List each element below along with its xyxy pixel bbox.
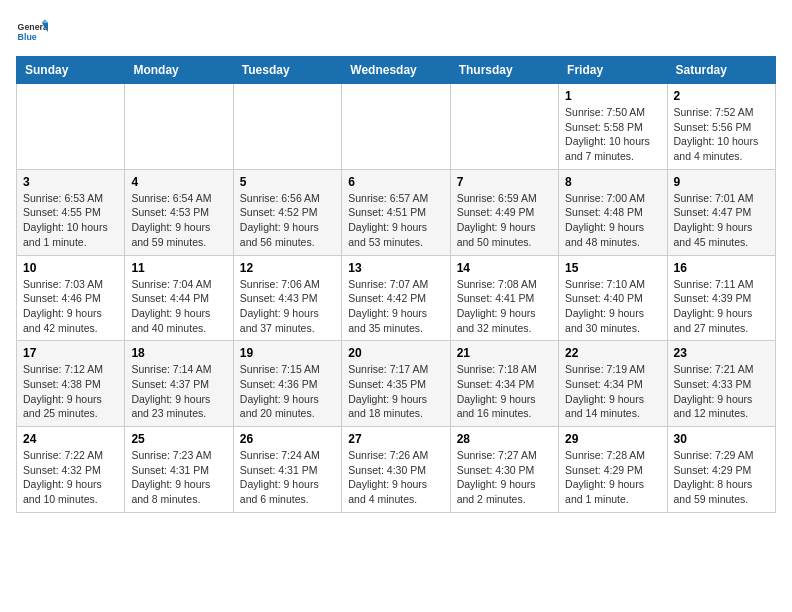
day-number: 20	[348, 346, 443, 360]
day-cell: 22Sunrise: 7:19 AM Sunset: 4:34 PM Dayli…	[559, 341, 667, 427]
day-cell: 20Sunrise: 7:17 AM Sunset: 4:35 PM Dayli…	[342, 341, 450, 427]
weekday-header-friday: Friday	[559, 57, 667, 84]
day-cell	[342, 84, 450, 170]
day-detail: Sunrise: 6:53 AM Sunset: 4:55 PM Dayligh…	[23, 191, 118, 250]
day-detail: Sunrise: 7:06 AM Sunset: 4:43 PM Dayligh…	[240, 277, 335, 336]
day-cell	[233, 84, 341, 170]
day-number: 7	[457, 175, 552, 189]
day-cell	[17, 84, 125, 170]
weekday-header-thursday: Thursday	[450, 57, 558, 84]
day-number: 1	[565, 89, 660, 103]
day-number: 25	[131, 432, 226, 446]
day-detail: Sunrise: 7:15 AM Sunset: 4:36 PM Dayligh…	[240, 362, 335, 421]
day-detail: Sunrise: 7:17 AM Sunset: 4:35 PM Dayligh…	[348, 362, 443, 421]
calendar-table: SundayMondayTuesdayWednesdayThursdayFrid…	[16, 56, 776, 513]
day-detail: Sunrise: 7:01 AM Sunset: 4:47 PM Dayligh…	[674, 191, 769, 250]
weekday-header-wednesday: Wednesday	[342, 57, 450, 84]
day-cell: 23Sunrise: 7:21 AM Sunset: 4:33 PM Dayli…	[667, 341, 775, 427]
day-cell: 3Sunrise: 6:53 AM Sunset: 4:55 PM Daylig…	[17, 169, 125, 255]
day-detail: Sunrise: 7:27 AM Sunset: 4:30 PM Dayligh…	[457, 448, 552, 507]
day-number: 28	[457, 432, 552, 446]
day-cell: 7Sunrise: 6:59 AM Sunset: 4:49 PM Daylig…	[450, 169, 558, 255]
day-number: 30	[674, 432, 769, 446]
day-number: 12	[240, 261, 335, 275]
week-row-1: 1Sunrise: 7:50 AM Sunset: 5:58 PM Daylig…	[17, 84, 776, 170]
week-row-5: 24Sunrise: 7:22 AM Sunset: 4:32 PM Dayli…	[17, 427, 776, 513]
calendar-header: SundayMondayTuesdayWednesdayThursdayFrid…	[17, 57, 776, 84]
day-cell: 30Sunrise: 7:29 AM Sunset: 4:29 PM Dayli…	[667, 427, 775, 513]
day-cell: 11Sunrise: 7:04 AM Sunset: 4:44 PM Dayli…	[125, 255, 233, 341]
day-cell: 21Sunrise: 7:18 AM Sunset: 4:34 PM Dayli…	[450, 341, 558, 427]
day-cell: 15Sunrise: 7:10 AM Sunset: 4:40 PM Dayli…	[559, 255, 667, 341]
day-cell: 13Sunrise: 7:07 AM Sunset: 4:42 PM Dayli…	[342, 255, 450, 341]
calendar-body: 1Sunrise: 7:50 AM Sunset: 5:58 PM Daylig…	[17, 84, 776, 513]
weekday-header-monday: Monday	[125, 57, 233, 84]
day-number: 17	[23, 346, 118, 360]
day-number: 27	[348, 432, 443, 446]
weekday-header-row: SundayMondayTuesdayWednesdayThursdayFrid…	[17, 57, 776, 84]
day-detail: Sunrise: 7:24 AM Sunset: 4:31 PM Dayligh…	[240, 448, 335, 507]
day-detail: Sunrise: 6:59 AM Sunset: 4:49 PM Dayligh…	[457, 191, 552, 250]
day-cell: 8Sunrise: 7:00 AM Sunset: 4:48 PM Daylig…	[559, 169, 667, 255]
day-cell: 27Sunrise: 7:26 AM Sunset: 4:30 PM Dayli…	[342, 427, 450, 513]
day-detail: Sunrise: 7:22 AM Sunset: 4:32 PM Dayligh…	[23, 448, 118, 507]
day-number: 24	[23, 432, 118, 446]
day-detail: Sunrise: 7:21 AM Sunset: 4:33 PM Dayligh…	[674, 362, 769, 421]
day-detail: Sunrise: 7:10 AM Sunset: 4:40 PM Dayligh…	[565, 277, 660, 336]
day-cell: 10Sunrise: 7:03 AM Sunset: 4:46 PM Dayli…	[17, 255, 125, 341]
day-detail: Sunrise: 7:29 AM Sunset: 4:29 PM Dayligh…	[674, 448, 769, 507]
day-cell: 16Sunrise: 7:11 AM Sunset: 4:39 PM Dayli…	[667, 255, 775, 341]
day-number: 9	[674, 175, 769, 189]
day-number: 18	[131, 346, 226, 360]
day-number: 10	[23, 261, 118, 275]
day-cell: 29Sunrise: 7:28 AM Sunset: 4:29 PM Dayli…	[559, 427, 667, 513]
day-number: 29	[565, 432, 660, 446]
day-detail: Sunrise: 6:56 AM Sunset: 4:52 PM Dayligh…	[240, 191, 335, 250]
day-detail: Sunrise: 7:23 AM Sunset: 4:31 PM Dayligh…	[131, 448, 226, 507]
day-cell: 6Sunrise: 6:57 AM Sunset: 4:51 PM Daylig…	[342, 169, 450, 255]
weekday-header-tuesday: Tuesday	[233, 57, 341, 84]
day-number: 11	[131, 261, 226, 275]
day-detail: Sunrise: 7:52 AM Sunset: 5:56 PM Dayligh…	[674, 105, 769, 164]
day-cell: 19Sunrise: 7:15 AM Sunset: 4:36 PM Dayli…	[233, 341, 341, 427]
header: General Blue	[16, 16, 776, 48]
day-number: 16	[674, 261, 769, 275]
weekday-header-sunday: Sunday	[17, 57, 125, 84]
day-detail: Sunrise: 7:14 AM Sunset: 4:37 PM Dayligh…	[131, 362, 226, 421]
day-cell: 5Sunrise: 6:56 AM Sunset: 4:52 PM Daylig…	[233, 169, 341, 255]
day-cell: 14Sunrise: 7:08 AM Sunset: 4:41 PM Dayli…	[450, 255, 558, 341]
day-number: 26	[240, 432, 335, 446]
day-number: 2	[674, 89, 769, 103]
day-cell: 24Sunrise: 7:22 AM Sunset: 4:32 PM Dayli…	[17, 427, 125, 513]
day-cell: 1Sunrise: 7:50 AM Sunset: 5:58 PM Daylig…	[559, 84, 667, 170]
week-row-3: 10Sunrise: 7:03 AM Sunset: 4:46 PM Dayli…	[17, 255, 776, 341]
day-cell: 25Sunrise: 7:23 AM Sunset: 4:31 PM Dayli…	[125, 427, 233, 513]
weekday-header-saturday: Saturday	[667, 57, 775, 84]
day-number: 3	[23, 175, 118, 189]
day-number: 13	[348, 261, 443, 275]
week-row-4: 17Sunrise: 7:12 AM Sunset: 4:38 PM Dayli…	[17, 341, 776, 427]
day-detail: Sunrise: 7:00 AM Sunset: 4:48 PM Dayligh…	[565, 191, 660, 250]
day-detail: Sunrise: 6:57 AM Sunset: 4:51 PM Dayligh…	[348, 191, 443, 250]
day-number: 5	[240, 175, 335, 189]
day-cell: 28Sunrise: 7:27 AM Sunset: 4:30 PM Dayli…	[450, 427, 558, 513]
day-number: 4	[131, 175, 226, 189]
day-detail: Sunrise: 7:18 AM Sunset: 4:34 PM Dayligh…	[457, 362, 552, 421]
day-detail: Sunrise: 7:08 AM Sunset: 4:41 PM Dayligh…	[457, 277, 552, 336]
svg-text:Blue: Blue	[18, 32, 37, 42]
day-number: 15	[565, 261, 660, 275]
day-cell: 4Sunrise: 6:54 AM Sunset: 4:53 PM Daylig…	[125, 169, 233, 255]
logo-icon: General Blue	[16, 16, 48, 48]
day-number: 14	[457, 261, 552, 275]
day-detail: Sunrise: 7:03 AM Sunset: 4:46 PM Dayligh…	[23, 277, 118, 336]
svg-marker-3	[42, 19, 48, 22]
day-detail: Sunrise: 7:50 AM Sunset: 5:58 PM Dayligh…	[565, 105, 660, 164]
day-detail: Sunrise: 7:11 AM Sunset: 4:39 PM Dayligh…	[674, 277, 769, 336]
day-detail: Sunrise: 7:19 AM Sunset: 4:34 PM Dayligh…	[565, 362, 660, 421]
day-number: 6	[348, 175, 443, 189]
day-detail: Sunrise: 7:28 AM Sunset: 4:29 PM Dayligh…	[565, 448, 660, 507]
day-cell: 12Sunrise: 7:06 AM Sunset: 4:43 PM Dayli…	[233, 255, 341, 341]
day-detail: Sunrise: 6:54 AM Sunset: 4:53 PM Dayligh…	[131, 191, 226, 250]
day-cell: 26Sunrise: 7:24 AM Sunset: 4:31 PM Dayli…	[233, 427, 341, 513]
day-cell: 18Sunrise: 7:14 AM Sunset: 4:37 PM Dayli…	[125, 341, 233, 427]
